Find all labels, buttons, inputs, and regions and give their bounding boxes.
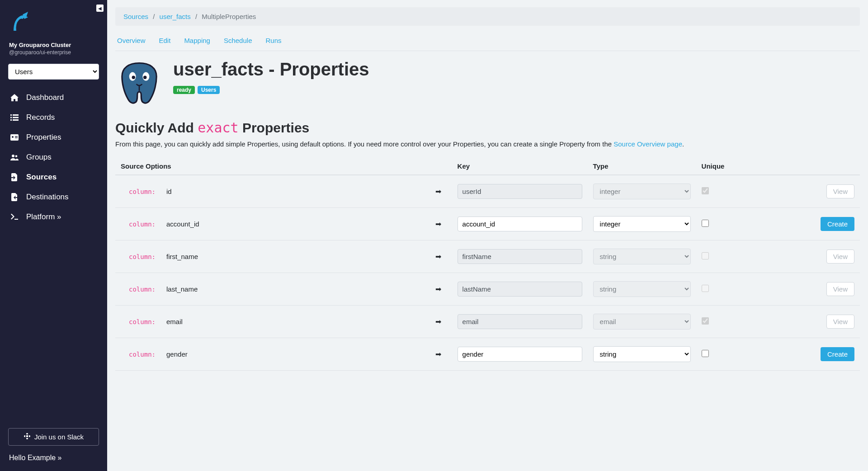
sidebar-item-records[interactable]: Records bbox=[0, 108, 107, 127]
sidebar-item-platform-[interactable]: Platform » bbox=[0, 207, 107, 227]
tab-edit[interactable]: Edit bbox=[159, 35, 171, 46]
arrow-right-icon: ➡ bbox=[435, 220, 441, 228]
tab-mapping[interactable]: Mapping bbox=[184, 35, 210, 46]
th-type: Type bbox=[588, 158, 696, 175]
nav-label: Destinations bbox=[26, 193, 69, 202]
column-name: account_id bbox=[161, 208, 425, 240]
breadcrumb-user-facts[interactable]: user_facts bbox=[160, 13, 191, 20]
svg-point-16 bbox=[143, 76, 146, 79]
type-select[interactable]: string bbox=[593, 346, 691, 362]
table-row: column:account_id➡integerCreate bbox=[115, 208, 860, 240]
table-row: column:id➡integerView bbox=[115, 175, 860, 208]
logo bbox=[0, 0, 107, 42]
arrow-right-icon: ➡ bbox=[435, 318, 441, 325]
tab-schedule[interactable]: Schedule bbox=[224, 35, 252, 46]
model-badge-users: Users bbox=[198, 86, 220, 94]
id-card-icon bbox=[10, 134, 19, 141]
svg-rect-0 bbox=[10, 114, 12, 116]
svg-point-10 bbox=[12, 155, 14, 157]
section-title: Quickly Add exact Properties bbox=[115, 120, 860, 136]
view-button[interactable]: View bbox=[826, 282, 854, 296]
tab-overview[interactable]: Overview bbox=[117, 35, 146, 46]
model-select[interactable]: Users bbox=[8, 64, 99, 80]
view-button[interactable]: View bbox=[826, 250, 854, 264]
sidebar-item-destinations[interactable]: Destinations bbox=[0, 187, 107, 207]
slack-icon bbox=[24, 433, 31, 441]
column-name: gender bbox=[161, 338, 425, 371]
svg-rect-8 bbox=[15, 136, 18, 137]
postgres-icon bbox=[115, 59, 163, 109]
cluster-package: @grouparoo/ui-enterprise bbox=[0, 48, 107, 64]
key-input bbox=[458, 282, 582, 297]
key-input bbox=[458, 249, 582, 264]
column-label: column: bbox=[121, 351, 156, 358]
view-button[interactable]: View bbox=[826, 315, 854, 329]
svg-rect-1 bbox=[13, 114, 19, 116]
table-row: column:gender➡stringCreate bbox=[115, 338, 860, 371]
page-title: user_facts - Properties bbox=[173, 59, 369, 80]
svg-point-15 bbox=[132, 76, 135, 79]
unique-checkbox bbox=[702, 252, 709, 259]
create-button[interactable]: Create bbox=[821, 217, 854, 231]
column-label: column: bbox=[121, 221, 156, 228]
grouparoo-logo-icon bbox=[9, 11, 32, 35]
nav-label: Sources bbox=[26, 173, 57, 182]
main-content: Sources / user_facts / MultiplePropertie… bbox=[107, 0, 868, 471]
arrow-right-icon: ➡ bbox=[435, 188, 441, 195]
th-unique: Unique bbox=[696, 158, 746, 175]
key-input[interactable] bbox=[458, 347, 582, 362]
table-row: column:first_name➡stringView bbox=[115, 240, 860, 273]
sidebar-item-dashboard[interactable]: Dashboard bbox=[0, 88, 107, 108]
svg-rect-9 bbox=[15, 137, 18, 138]
type-select: string bbox=[593, 281, 691, 297]
type-select: email bbox=[593, 314, 691, 330]
key-input[interactable] bbox=[458, 217, 582, 231]
column-label: column: bbox=[121, 286, 156, 293]
unique-checkbox bbox=[702, 285, 709, 292]
arrow-right-icon: ➡ bbox=[435, 285, 441, 293]
unique-checkbox[interactable] bbox=[702, 220, 709, 227]
breadcrumb-sources[interactable]: Sources bbox=[123, 13, 148, 20]
file-export-icon bbox=[10, 193, 19, 201]
nav-label: Properties bbox=[26, 133, 61, 142]
sidebar: ◀ My Grouparoo Cluster @grouparoo/ui-ent… bbox=[0, 0, 107, 471]
nav-label: Records bbox=[26, 113, 55, 122]
hello-user[interactable]: Hello Example » bbox=[0, 454, 107, 471]
key-input bbox=[458, 314, 582, 329]
svg-point-7 bbox=[12, 136, 14, 138]
type-select[interactable]: integer bbox=[593, 216, 691, 232]
type-select: integer bbox=[593, 184, 691, 199]
column-label: column: bbox=[121, 318, 156, 325]
nav-label: Dashboard bbox=[26, 93, 64, 102]
unique-checkbox bbox=[702, 187, 709, 194]
source-overview-link[interactable]: Source Overview page bbox=[613, 140, 682, 148]
sidebar-item-groups[interactable]: Groups bbox=[0, 147, 107, 167]
svg-rect-5 bbox=[13, 119, 19, 121]
table-row: column:email➡emailView bbox=[115, 306, 860, 338]
nav-label: Groups bbox=[26, 153, 52, 162]
list-icon bbox=[10, 114, 19, 121]
type-select: string bbox=[593, 249, 691, 264]
sidebar-item-sources[interactable]: Sources bbox=[0, 167, 107, 187]
svg-rect-3 bbox=[13, 117, 19, 118]
nav-label: Platform » bbox=[26, 212, 61, 221]
view-button[interactable]: View bbox=[826, 184, 854, 198]
svg-rect-2 bbox=[10, 117, 12, 118]
unique-checkbox[interactable] bbox=[702, 350, 709, 357]
join-slack-button[interactable]: Join us on Slack bbox=[8, 428, 99, 446]
sidebar-collapse-button[interactable]: ◀ bbox=[96, 5, 104, 12]
breadcrumb: Sources / user_facts / MultiplePropertie… bbox=[115, 7, 860, 26]
svg-rect-4 bbox=[10, 119, 12, 121]
tab-runs[interactable]: Runs bbox=[265, 35, 281, 46]
home-icon bbox=[10, 94, 19, 101]
column-name: last_name bbox=[161, 273, 425, 306]
th-source-options: Source Options bbox=[115, 158, 425, 175]
th-key: Key bbox=[452, 158, 588, 175]
terminal-icon bbox=[10, 214, 19, 220]
column-name: first_name bbox=[161, 240, 425, 273]
create-button[interactable]: Create bbox=[821, 347, 854, 361]
arrow-right-icon: ➡ bbox=[435, 253, 441, 260]
nav-list: DashboardRecordsPropertiesGroupsSourcesD… bbox=[0, 88, 107, 227]
svg-rect-12 bbox=[14, 219, 18, 220]
sidebar-item-properties[interactable]: Properties bbox=[0, 127, 107, 147]
